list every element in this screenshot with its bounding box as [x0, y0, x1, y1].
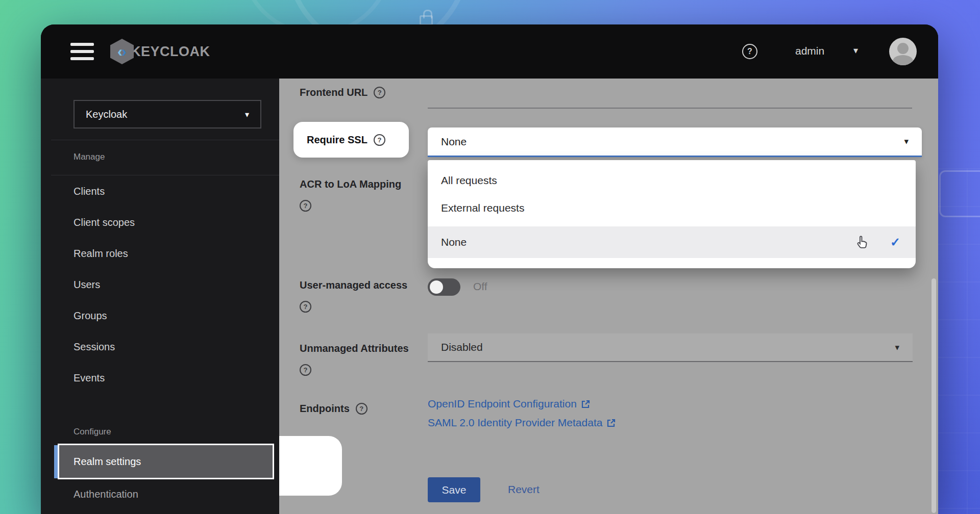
masthead: ‹› KEYCLOAK ? admin ▾	[41, 24, 938, 79]
sidebar-item-authentication[interactable]: Authentication	[74, 489, 138, 500]
hand-cursor	[854, 235, 871, 251]
acr-loa-label: ACR to LoA Mapping	[300, 178, 401, 190]
desktop: ‹› KEYCLOAK ? admin ▾ Keycloak ▾ Manage …	[0, 0, 980, 514]
chevron-down-icon: ▾	[904, 136, 909, 147]
sidebar-section-configure: Configure	[74, 427, 111, 437]
scrollbar[interactable]	[932, 278, 936, 513]
external-link-icon	[581, 399, 591, 409]
frontend-url-label: Frontend URL	[300, 87, 368, 98]
divider	[51, 175, 279, 175]
unmanaged-attributes-label: Unmanaged Attributes	[300, 343, 409, 354]
user-managed-access-toggle[interactable]	[428, 278, 460, 296]
hamburger-menu-icon[interactable]	[70, 43, 94, 60]
keycloak-admin-window: ‹› KEYCLOAK ? admin ▾ Keycloak ▾ Manage …	[41, 24, 938, 514]
openid-endpoint-link-label: OpenID Endpoint Configuration	[428, 398, 577, 410]
realm-selector[interactable]: Keycloak ▾	[74, 100, 261, 128]
sidebar-item-client-scopes[interactable]: Client scopes	[74, 217, 135, 228]
lock-icon	[420, 15, 433, 25]
selected-item-accent-bar	[54, 445, 58, 478]
require-ssl-label: Require SSL	[307, 134, 368, 146]
wallpaper-card-outline	[939, 170, 980, 217]
help-icon[interactable]: ?	[374, 87, 385, 98]
endpoints-label-row: Endpoints ?	[300, 403, 368, 415]
dropdown-option-none-label: None	[441, 236, 467, 248]
help-icon[interactable]: ?	[374, 134, 385, 146]
save-button[interactable]: Save	[428, 477, 480, 502]
chevron-down-icon: ▾	[245, 110, 249, 119]
dropdown-option-external-requests[interactable]: External requests	[428, 194, 916, 222]
toggle-knob	[430, 280, 443, 294]
realm-settings-form: Frontend URL ? Require SSL ? None ▾ All …	[279, 79, 938, 514]
sidebar-item-clients[interactable]: Clients	[74, 186, 105, 197]
sidebar-item-users[interactable]: Users	[74, 279, 100, 291]
chevron-down-icon: ▾	[895, 342, 899, 353]
help-icon[interactable]: ?	[300, 364, 311, 376]
require-ssl-dropdown-menu: All requests External requests None ✓	[428, 160, 916, 268]
require-ssl-select[interactable]: None ▾	[428, 127, 922, 157]
require-ssl-value: None	[441, 136, 467, 148]
dropdown-option-none[interactable]: None ✓	[428, 226, 916, 258]
unmanaged-attributes-value: Disabled	[441, 341, 483, 353]
divider	[51, 140, 279, 140]
avatar[interactable]	[889, 38, 917, 65]
revert-button[interactable]: Revert	[508, 483, 540, 496]
brand-name: KEYCLOAK	[131, 44, 210, 60]
sidebar-item-realm-roles[interactable]: Realm roles	[74, 248, 128, 260]
sidebar-section-manage: Manage	[74, 152, 105, 162]
endpoints-label: Endpoints	[300, 403, 350, 415]
help-icon[interactable]: ?	[356, 403, 368, 415]
frontend-url-input[interactable]	[428, 82, 912, 109]
sidebar-item-sessions[interactable]: Sessions	[74, 341, 115, 353]
realm-selector-value: Keycloak	[86, 109, 127, 120]
toggle-state-label: Off	[473, 280, 487, 293]
sidebar-item-events[interactable]: Events	[74, 372, 105, 384]
saml-metadata-link[interactable]: SAML 2.0 Identity Provider Metadata	[428, 417, 616, 429]
openid-endpoint-link[interactable]: OpenID Endpoint Configuration	[428, 398, 591, 410]
user-managed-access-label: User-managed access	[300, 279, 407, 291]
require-ssl-label-highlight: Require SSL ?	[293, 122, 409, 158]
avatar-torso	[893, 55, 913, 65]
frontend-url-label-row: Frontend URL ?	[300, 87, 385, 98]
chevron-down-icon[interactable]: ▾	[853, 45, 858, 56]
external-link-icon	[606, 418, 616, 428]
sidebar-item-groups[interactable]: Groups	[74, 310, 107, 322]
help-icon[interactable]: ?	[742, 44, 757, 59]
dropdown-option-all-requests[interactable]: All requests	[428, 167, 916, 194]
sidebar-item-realm-settings[interactable]: Realm settings	[58, 444, 274, 479]
avatar-head	[897, 43, 909, 54]
sidebar: Keycloak ▾ Manage Clients Client scopes …	[41, 79, 279, 514]
help-icon[interactable]: ?	[300, 301, 311, 313]
unmanaged-attributes-select[interactable]: Disabled ▾	[428, 333, 913, 362]
user-menu[interactable]: admin	[795, 45, 824, 57]
saml-metadata-link-label: SAML 2.0 Identity Provider Metadata	[428, 417, 602, 429]
keycloak-logo-icon: ‹›	[110, 39, 134, 64]
check-icon: ✓	[890, 235, 900, 249]
keycloak-logo[interactable]: ‹› KEYCLOAK	[110, 39, 210, 64]
help-icon[interactable]: ?	[300, 200, 311, 212]
